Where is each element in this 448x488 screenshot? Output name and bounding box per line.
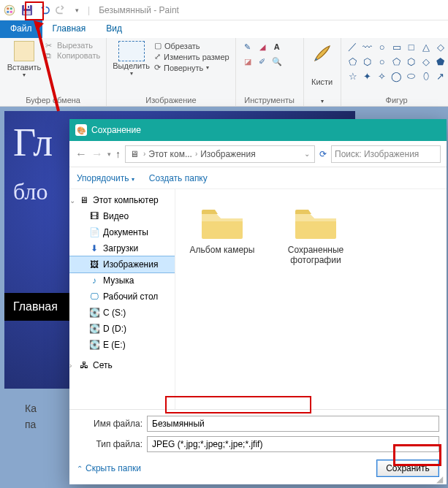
folder-item[interactable]: Сохраненные фотографии (279, 204, 352, 265)
menu-bar: Файл Главная Вид (0, 20, 448, 38)
tree-network[interactable]: ›🖧Сеть (69, 357, 175, 373)
ribbon-brush-group: Кисти ▾ (304, 38, 341, 106)
titlebar: ▾ | Безымянный - Paint (0, 0, 448, 20)
image-group-label: Изображение (145, 96, 196, 104)
dialog-bottom: Имя файла: Тип файла: JPEG (*.jpg;*.jpeg… (69, 409, 447, 484)
window-title: Безымянный - Paint (99, 5, 179, 15)
svg-rect-8 (28, 6, 29, 8)
tree-disk-c[interactable]: 💽C (S:) (69, 305, 175, 321)
svg-point-4 (10, 10, 12, 12)
tab-home[interactable]: Главная (42, 20, 96, 38)
tree-downloads[interactable]: ⬇Загрузки (69, 240, 175, 256)
folder-icon (292, 204, 339, 240)
save-dialog: 🎨 Сохранение ← → ▾ ↑ 🖥 › Этот ком... › И… (69, 119, 447, 484)
filename-input[interactable] (147, 416, 439, 432)
filetype-row: Тип файла: JPEG (*.jpg;*.jpeg;*.jpe;*.jf… (77, 436, 439, 452)
file-list[interactable]: Альбом камеры Сохраненные фотографии (175, 189, 447, 409)
brush-label[interactable]: Кисти (311, 77, 333, 86)
zoom-icon[interactable]: 🔍 (271, 56, 283, 67)
filetype-label: Тип файла: (77, 439, 143, 449)
filetype-select[interactable]: JPEG (*.jpg;*.jpeg;*.jpe;*.jfif) (147, 436, 439, 452)
address-bar[interactable]: 🖥 › Этот ком... › Изображения ⌄ (125, 145, 315, 163)
tools-group-label: Инструменты (244, 96, 295, 104)
nav-recent-dropdown[interactable]: ▾ (107, 150, 111, 158)
nav-up-icon[interactable]: ↑ (115, 148, 121, 160)
select-label[interactable]: Выделить (113, 61, 150, 70)
nav-back-icon[interactable]: ← (75, 148, 87, 161)
shapes-group-label: Фигур (386, 96, 408, 104)
text-icon[interactable]: A (271, 41, 283, 53)
paste-label[interactable]: Вставить (7, 63, 42, 72)
tree-video[interactable]: 🎞Видео (69, 208, 175, 224)
svg-point-2 (10, 7, 12, 9)
folder-label: Альбом камеры (186, 245, 259, 255)
cut-button: ✂Вырезать (45, 41, 100, 50)
svg-point-1 (7, 7, 9, 9)
paint-app-icon (3, 4, 16, 17)
eraser-icon[interactable]: ◪ (242, 56, 254, 67)
ribbon: Вставить ▾ ✂Вырезать ⧉Копировать Буфер о… (0, 38, 448, 107)
ribbon-tools-group: ✎ ◢ A ◪ ✐ 🔍 Инструменты (236, 38, 304, 106)
filename-row: Имя файла: (77, 416, 439, 432)
tab-view[interactable]: Вид (96, 20, 132, 38)
filename-label: Имя файла: (77, 419, 143, 429)
shapes-gallery[interactable]: ／〰○▭□△◇ ⬠⬡○⬠⬡◇⬟ ☆✦✧◯⬭⬯↗ (347, 41, 447, 82)
tree-documents[interactable]: 📄Документы (69, 224, 175, 240)
new-folder-button[interactable]: Создать папку (149, 173, 208, 183)
dialog-toolbar: Упорядочить ▾ Создать папку (69, 167, 447, 189)
rotate-button[interactable]: ⟳Повернуть▾ (154, 63, 229, 72)
undo-icon[interactable] (38, 4, 51, 17)
customize-dropdown-icon[interactable]: ▾ (70, 4, 83, 17)
hide-folders-toggle[interactable]: ⌃Скрыть папки (77, 463, 141, 473)
tree-disk-e[interactable]: 💽E (E:) (69, 337, 175, 353)
refresh-icon[interactable]: ⟳ (319, 149, 327, 159)
dialog-body: ⌄🖥Этот компьютер 🎞Видео 📄Документы ⬇Загр… (69, 189, 447, 409)
dialog-title: Сохранение (91, 125, 141, 135)
svg-rect-7 (23, 11, 31, 15)
clipboard-group-label: Буфер обмена (26, 96, 80, 104)
resize-grip-icon[interactable]: ◢ (436, 474, 445, 483)
tab-file[interactable]: Файл (0, 20, 42, 38)
svg-point-0 (4, 5, 15, 15)
ribbon-clipboard-group: Вставить ▾ ✂Вырезать ⧉Копировать Буфер о… (0, 38, 107, 106)
svg-point-3 (7, 10, 9, 12)
organize-button[interactable]: Упорядочить ▾ (77, 173, 134, 183)
crumb-thispc[interactable]: Этот ком... (148, 149, 192, 159)
dialog-nav-bar: ← → ▾ ↑ 🖥 › Этот ком... › Изображения ⌄ … (69, 141, 447, 167)
crop-button[interactable]: ▢Обрезать (154, 41, 229, 50)
nav-forward-icon: → (91, 148, 103, 161)
folder-label: Сохраненные фотографии (279, 245, 352, 265)
ribbon-image-group: Выделить ▾ ▢Обрезать ⤢Изменить размер ⟳П… (107, 38, 235, 106)
pencil-icon[interactable]: ✎ (242, 41, 254, 53)
folder-item[interactable]: Альбом камеры (186, 204, 259, 255)
picker-icon[interactable]: ✐ (257, 56, 268, 67)
folder-icon (199, 204, 246, 240)
dialog-titlebar[interactable]: 🎨 Сохранение (69, 119, 447, 141)
copy-button: ⧉Копировать (45, 51, 100, 60)
tree-this-pc[interactable]: ⌄🖥Этот компьютер (69, 192, 175, 208)
save-button[interactable] (19, 2, 35, 18)
crumb-pictures[interactable]: Изображения (200, 149, 255, 159)
save-file-button[interactable]: Сохранить (376, 460, 439, 477)
tree-disk-d[interactable]: 💽D (D:) (69, 321, 175, 337)
page-sidebar-text: Ка па (25, 400, 37, 433)
ribbon-shapes-group: ／〰○▭□△◇ ⬠⬡○⬠⬡◇⬟ ☆✦✧◯⬭⬯↗ Фигур (341, 38, 448, 106)
tree-desktop[interactable]: 🖵Рабочий стол (69, 289, 175, 305)
search-input[interactable]: Поиск: Изображения (331, 145, 441, 163)
fill-icon[interactable]: ◢ (257, 41, 268, 53)
folder-tree[interactable]: ⌄🖥Этот компьютер 🎞Видео 📄Документы ⬇Загр… (69, 189, 175, 409)
dialog-app-icon: 🎨 (75, 124, 87, 136)
select-icon[interactable] (118, 41, 145, 61)
resize-button[interactable]: ⤢Изменить размер (154, 52, 229, 61)
pc-icon: 🖥 (129, 148, 140, 160)
redo-icon[interactable] (54, 4, 67, 17)
paste-icon[interactable] (14, 41, 34, 61)
tree-pictures[interactable]: 🖼Изображения (69, 256, 175, 272)
brush-icon[interactable] (310, 41, 335, 66)
tree-music[interactable]: ♪Музыка (69, 272, 175, 289)
